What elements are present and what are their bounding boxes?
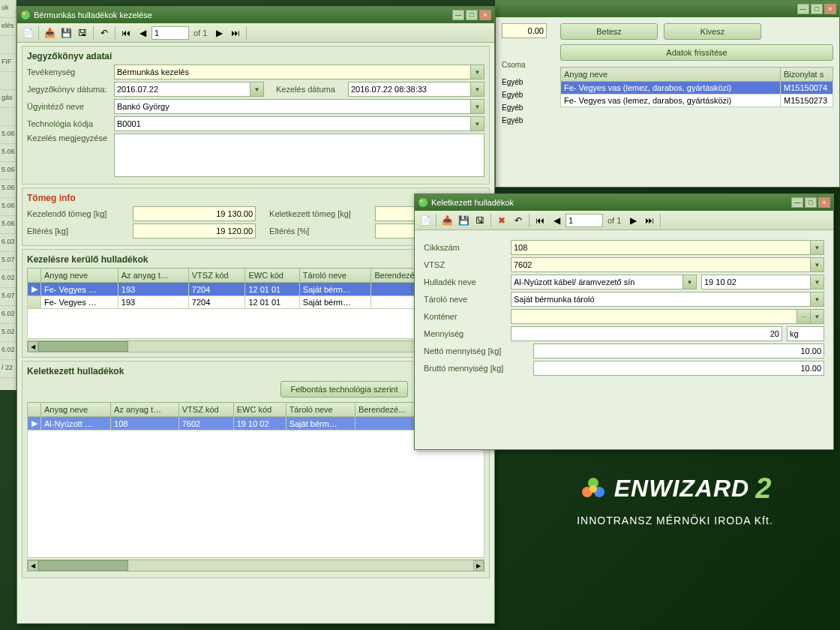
tech-input[interactable] — [114, 116, 471, 131]
col-tarolo[interactable]: Tároló neve — [299, 268, 371, 283]
back-close-button[interactable]: × — [824, 4, 836, 14]
col-vtsz[interactable]: VTSZ kód — [188, 268, 245, 283]
dropdown-icon[interactable]: ▼ — [811, 292, 824, 307]
undo-icon[interactable]: ↶ — [511, 213, 526, 228]
nav-first-icon[interactable]: ⏮ — [118, 26, 134, 40]
saveall-icon[interactable]: 🖫 — [75, 26, 90, 40]
label-elteres-pct: Eltérés [%] — [269, 226, 370, 236]
scroll-left-icon[interactable]: ◀ — [28, 560, 38, 571]
tevekenyseg-input[interactable] — [114, 64, 471, 80]
netto-input[interactable] — [533, 344, 824, 358]
back-grid[interactable]: Anyag neveBizonylat s Fe- Vegyes vas (le… — [560, 67, 833, 107]
col-tipus[interactable]: Az anyag t… — [111, 403, 179, 417]
table-row[interactable]: Fe- Vegyes vas (lemez, darabos, gyártásk… — [561, 82, 833, 94]
scroll-thumb[interactable] — [38, 341, 128, 352]
detail-max-button[interactable]: □ — [805, 197, 817, 208]
svg-point-7 — [590, 485, 597, 493]
undo-icon[interactable]: ↶ — [97, 26, 112, 40]
delete-icon[interactable]: ✖ — [494, 213, 509, 228]
section-jegyzokonyv: Jegyzőkönyv adatai Tevékenység ▼ Jegyzők… — [22, 46, 490, 184]
scroll-thumb[interactable] — [38, 560, 128, 571]
detail-close-button[interactable]: × — [818, 197, 830, 208]
new-icon[interactable]: 📄 — [20, 26, 35, 40]
page-input[interactable] — [152, 26, 189, 40]
nav-next-icon[interactable]: ▶ — [626, 213, 640, 228]
vtsz-input[interactable] — [511, 257, 811, 272]
kontener-input[interactable] — [511, 309, 797, 324]
nav-prev-icon[interactable]: ◀ — [549, 213, 564, 228]
jdate-input[interactable] — [114, 82, 250, 97]
main-title: Bérmunkás hulladékok kezelése — [34, 10, 152, 20]
logo-subtitle: INNOTRANSZ MÉRNÖKI IRODA Kft. — [525, 514, 825, 526]
dropdown-icon[interactable]: ▼ — [471, 99, 484, 114]
nav-last-icon[interactable]: ⏭ — [228, 26, 243, 40]
col-vtsz[interactable]: VTSZ kód — [178, 403, 233, 417]
dropdown-icon[interactable]: ▼ — [471, 82, 484, 97]
nav-prev-icon[interactable]: ◀ — [135, 26, 150, 40]
col-tarolo[interactable]: Tároló neve — [286, 403, 355, 417]
hulladek-code-input[interactable] — [701, 274, 811, 290]
frissit-button[interactable]: Adatok frissítése — [560, 44, 833, 61]
cikkszam-input[interactable] — [511, 240, 811, 255]
mennyiseg-input[interactable] — [511, 326, 782, 341]
page-input[interactable] — [566, 214, 603, 227]
felbontas-button[interactable]: Felbontás technológia szerint — [280, 381, 407, 398]
main-close-button[interactable]: × — [479, 10, 491, 20]
back-min-button[interactable]: — — [797, 4, 809, 14]
detail-title: Keletkezett hulladékok — [431, 198, 514, 207]
nav-first-icon[interactable]: ⏮ — [532, 213, 548, 228]
ugyintezo-input[interactable] — [114, 99, 471, 114]
detail-min-button[interactable]: — — [791, 197, 803, 208]
col-anyag[interactable]: Anyag neve — [41, 403, 111, 417]
main-min-button[interactable]: — — [452, 10, 464, 20]
dropdown-icon[interactable]: ▼ — [811, 309, 824, 324]
megjegyzes-input[interactable] — [114, 134, 484, 177]
dropdown-icon[interactable]: ▼ — [471, 116, 484, 131]
col-anyag[interactable]: Anyag neve — [41, 268, 118, 283]
dropdown-icon[interactable]: ▼ — [683, 274, 697, 290]
app-icon — [418, 197, 428, 208]
col-anyag-neve[interactable]: Anyag neve — [561, 68, 781, 82]
saveall-icon[interactable]: 🖫 — [472, 213, 488, 228]
label-tevekenyseg: Tevékenység — [27, 68, 110, 76]
dropdown-icon[interactable]: ▼ — [811, 257, 824, 272]
save-icon[interactable]: 📥 — [440, 213, 454, 228]
svg-point-3 — [420, 200, 423, 202]
elteres-input[interactable] — [133, 224, 256, 238]
kdate-input[interactable] — [348, 82, 471, 97]
label-netto: Nettó mennyiség [kg] — [424, 346, 529, 356]
save-icon[interactable]: 📥 — [42, 26, 57, 40]
table-row[interactable]: Fe- Vegyes vas (lemez, darabos, gyártásk… — [561, 94, 833, 107]
background-sidebar-strip: okelésFIF gás5.06 5.065.065.065.06 5.066… — [0, 0, 16, 390]
new-icon[interactable]: 📄 — [418, 213, 433, 228]
kezelendo-input[interactable] — [133, 206, 256, 221]
hscrollbar[interactable]: ◀▶ — [27, 560, 484, 572]
label-tech: Technológia kódja — [27, 119, 110, 128]
col-ewc[interactable]: EWC kód — [233, 403, 286, 417]
tarolo-input[interactable] — [511, 292, 811, 307]
kivesz-button[interactable]: Kivesz — [664, 23, 761, 40]
col-ewc[interactable]: EWC kód — [245, 268, 299, 283]
disk-icon[interactable]: 💾 — [58, 26, 74, 40]
hulladek-input[interactable] — [511, 274, 683, 290]
col-indicator[interactable] — [28, 268, 41, 283]
back-max-button[interactable]: □ — [811, 4, 823, 14]
dropdown-icon[interactable]: ▼ — [471, 64, 484, 80]
brutto-input[interactable] — [533, 361, 824, 376]
disk-icon[interactable]: 💾 — [456, 213, 471, 228]
main-max-button[interactable]: □ — [466, 10, 478, 20]
col-tipus[interactable]: Az anyag t… — [118, 268, 188, 283]
detail-window: Keletkezett hulladékok — □ × 📄 📥 💾 🖫 ✖ ↶… — [414, 194, 834, 450]
dropdown-icon[interactable]: ▼ — [811, 240, 824, 255]
nav-last-icon[interactable]: ⏭ — [642, 213, 657, 228]
nav-next-icon[interactable]: ▶ — [212, 26, 226, 40]
dropdown-icon[interactable]: ▼ — [250, 82, 264, 97]
betesz-button[interactable]: Betesz — [560, 23, 658, 40]
scroll-right-icon[interactable]: ▶ — [473, 560, 484, 571]
back-value-input[interactable] — [502, 23, 547, 38]
dropdown-icon[interactable]: ▼ — [811, 274, 824, 290]
scroll-left-icon[interactable]: ◀ — [28, 341, 38, 352]
col-bizonylat[interactable]: Bizonylat s — [781, 68, 833, 82]
col-indicator[interactable] — [28, 403, 41, 417]
lookup-icon[interactable]: ⋯ — [797, 309, 811, 324]
